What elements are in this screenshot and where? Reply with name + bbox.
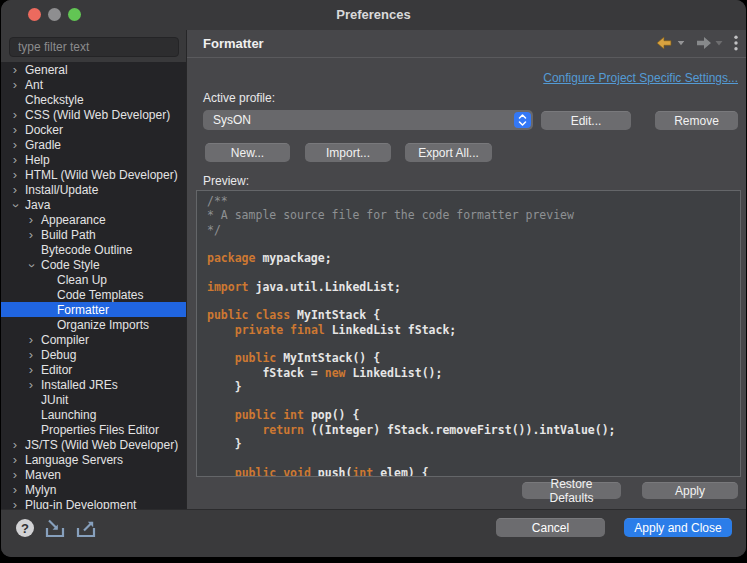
chevron-icon[interactable]: › <box>25 364 37 376</box>
chevron-icon[interactable]: › <box>9 154 21 166</box>
sidebar-item-launching[interactable]: Launching <box>1 407 186 422</box>
sidebar-item-label: HTML (Wild Web Developer) <box>25 168 178 182</box>
sidebar-item-label: Compiler <box>41 333 89 347</box>
sidebar-item-label: Installed JREs <box>41 378 118 392</box>
sidebar-item-formatter[interactable]: Formatter <box>1 302 186 317</box>
restore-defaults-button[interactable]: Restore Defaults <box>522 482 621 499</box>
chevron-icon[interactable]: › <box>9 139 21 151</box>
code-line: fStack = new LinkedList(); <box>207 366 740 380</box>
back-dropdown-icon[interactable] <box>677 40 685 46</box>
sidebar-item-compiler[interactable]: ›Compiler <box>1 332 186 347</box>
sidebar-item-plug-in-development[interactable]: ›Plug-in Development <box>1 497 186 509</box>
import-button[interactable]: Import... <box>305 143 391 162</box>
remove-button[interactable]: Remove <box>655 111 738 130</box>
sidebar-item-label: Mylyn <box>25 483 56 497</box>
forward-dropdown-icon[interactable] <box>715 40 723 46</box>
profile-select[interactable]: SysON <box>203 110 533 130</box>
chevron-icon[interactable]: › <box>9 64 21 76</box>
sidebar-item-properties-files-editor[interactable]: Properties Files Editor <box>1 422 186 437</box>
chevron-icon[interactable]: › <box>9 124 21 136</box>
chevron-icon[interactable]: › <box>25 379 37 391</box>
sidebar-item-gradle[interactable]: ›Gradle <box>1 137 186 152</box>
sidebar-item-label: Bytecode Outline <box>41 243 132 257</box>
chevron-icon[interactable]: › <box>25 214 37 226</box>
sidebar-item-appearance[interactable]: ›Appearance <box>1 212 186 227</box>
edit-button[interactable]: Edit... <box>541 111 631 130</box>
chevron-icon[interactable]: › <box>10 199 22 211</box>
chevron-icon[interactable]: › <box>9 169 21 181</box>
chevron-icon[interactable]: › <box>9 499 21 510</box>
sidebar-item-bytecode-outline[interactable]: Bytecode Outline <box>1 242 186 257</box>
sidebar-item-language-servers[interactable]: ›Language Servers <box>1 452 186 467</box>
code-line: /** <box>207 194 740 208</box>
chevron-icon[interactable]: › <box>9 79 21 91</box>
sidebar-item-label: Language Servers <box>25 453 123 467</box>
sidebar-item-junit[interactable]: JUnit <box>1 392 186 407</box>
sidebar-item-code-style[interactable]: ›Code Style <box>1 257 186 272</box>
sidebar-item-build-path[interactable]: ›Build Path <box>1 227 186 242</box>
sidebar-item-general[interactable]: ›General <box>1 62 186 77</box>
chevron-icon[interactable]: › <box>9 469 21 481</box>
chevron-icon[interactable]: › <box>25 334 37 346</box>
view-menu-icon[interactable] <box>734 35 738 51</box>
sidebar-item-label: Java <box>25 198 50 212</box>
sidebar-item-java[interactable]: ›Java <box>1 197 186 212</box>
chevron-icon[interactable]: › <box>9 439 21 451</box>
sidebar-item-mylyn[interactable]: ›Mylyn <box>1 482 186 497</box>
import-preferences-icon[interactable] <box>45 519 67 542</box>
sidebar-item-docker[interactable]: ›Docker <box>1 122 186 137</box>
forward-icon[interactable] <box>694 36 712 50</box>
sidebar-item-ant[interactable]: ›Ant <box>1 77 186 92</box>
chevron-icon[interactable]: › <box>9 184 21 196</box>
sidebar-item-label: Debug <box>41 348 76 362</box>
sidebar-item-label: General <box>25 63 68 77</box>
chevron-icon[interactable]: › <box>25 349 37 361</box>
code-line: public int pop() { <box>207 408 740 422</box>
code-line: return ((Integer) fStack.removeFirst()).… <box>207 423 740 437</box>
chevron-icon[interactable]: › <box>9 454 21 466</box>
code-line: private final LinkedList fStack; <box>207 323 740 337</box>
titlebar[interactable]: Preferences <box>1 0 746 30</box>
sidebar-item-editor[interactable]: ›Editor <box>1 362 186 377</box>
sidebar-item-label: JS/TS (Wild Web Developer) <box>25 438 178 452</box>
chevron-icon[interactable]: › <box>9 484 21 496</box>
active-profile-label: Active profile: <box>203 91 275 105</box>
chevron-icon[interactable]: › <box>25 229 37 241</box>
export-preferences-icon[interactable] <box>76 519 98 542</box>
preview-code[interactable]: /*** A sample source file for the code f… <box>196 190 741 477</box>
sidebar-item-code-templates[interactable]: Code Templates <box>1 287 186 302</box>
sidebar-item-clean-up[interactable]: Clean Up <box>1 272 186 287</box>
sidebar-item-label: Launching <box>41 408 96 422</box>
code-line: import java.util.LinkedList; <box>207 280 740 294</box>
chevron-icon[interactable]: › <box>26 259 38 271</box>
sidebar-item-label: Organize Imports <box>57 318 149 332</box>
code-line: */ <box>207 223 740 237</box>
panel-header: Formatter <box>187 30 746 58</box>
sidebar-item-html-wild-web-developer-[interactable]: ›HTML (Wild Web Developer) <box>1 167 186 182</box>
sidebar-item-installed-jres[interactable]: ›Installed JREs <box>1 377 186 392</box>
apply-and-close-button[interactable]: Apply and Close <box>624 518 732 537</box>
settings-panel: Formatter <box>187 30 746 509</box>
sidebar-item-label: Install/Update <box>25 183 98 197</box>
sidebar-item-help[interactable]: ›Help <box>1 152 186 167</box>
sidebar-item-label: Editor <box>41 363 72 377</box>
sidebar-item-js-ts-wild-web-developer-[interactable]: ›JS/TS (Wild Web Developer) <box>1 437 186 452</box>
sidebar-item-install-update[interactable]: ›Install/Update <box>1 182 186 197</box>
sidebar-item-checkstyle[interactable]: Checkstyle <box>1 92 186 107</box>
chevron-icon[interactable]: › <box>9 109 21 121</box>
sidebar-item-organize-imports[interactable]: Organize Imports <box>1 317 186 332</box>
sidebar-item-debug[interactable]: ›Debug <box>1 347 186 362</box>
sidebar-item-label: Build Path <box>41 228 96 242</box>
sidebar-item-css-wild-web-developer-[interactable]: ›CSS (Wild Web Developer) <box>1 107 186 122</box>
code-line <box>207 394 740 408</box>
filter-input[interactable] <box>9 37 179 57</box>
configure-project-link[interactable]: Configure Project Specific Settings... <box>543 71 738 85</box>
help-button[interactable]: ? <box>16 519 34 537</box>
sidebar-item-maven[interactable]: ›Maven <box>1 467 186 482</box>
apply-button[interactable]: Apply <box>642 482 738 499</box>
export-all-button[interactable]: Export All... <box>405 143 492 162</box>
cancel-button[interactable]: Cancel <box>496 518 605 537</box>
sidebar-tree: ›General›AntCheckstyle›CSS (Wild Web Dev… <box>1 62 186 509</box>
new-button[interactable]: New... <box>205 143 290 162</box>
back-icon[interactable] <box>656 36 674 50</box>
